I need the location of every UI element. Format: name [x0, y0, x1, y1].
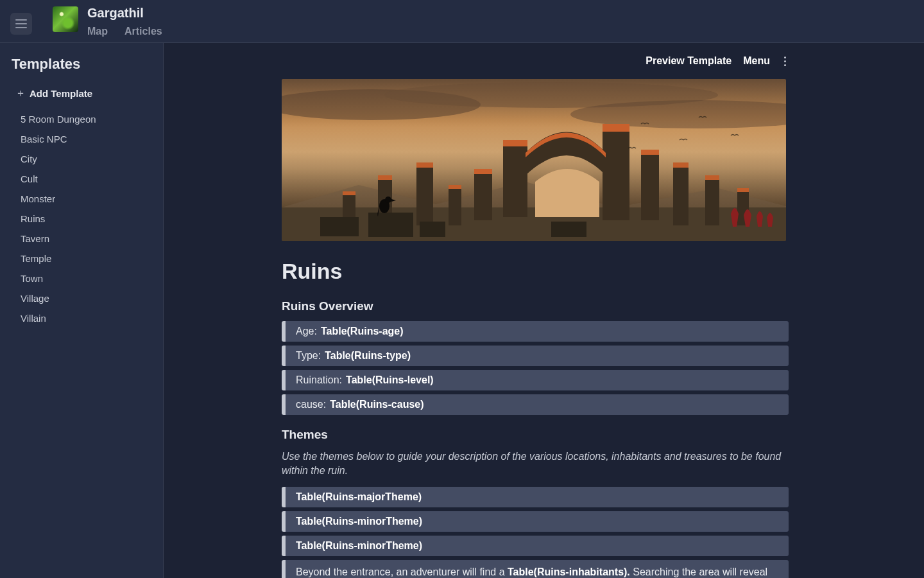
template-list: 5 Room Dungeon Basic NPC City Cult Monst…: [12, 109, 151, 328]
svg-rect-12: [641, 150, 659, 155]
svg-rect-19: [416, 162, 433, 168]
svg-rect-15: [416, 162, 433, 225]
template-item[interactable]: Monster: [21, 189, 151, 209]
theme-value: Table(Ruins-minorTheme): [296, 514, 422, 529]
overview-label: Type:: [296, 349, 321, 363]
overview-value: Table(Ruins-age): [321, 324, 404, 338]
svg-rect-5: [503, 140, 527, 217]
template-item[interactable]: 5 Room Dungeon: [21, 109, 151, 129]
template-item[interactable]: Basic NPC: [21, 129, 151, 149]
themes-note: Use the themes below to guide your descr…: [282, 450, 789, 478]
entrance-text: Beyond the entrance, an adventurer will …: [296, 566, 508, 577]
theme-value: Table(Ruins-majorTheme): [296, 490, 422, 504]
overview-label: Ruination:: [296, 373, 342, 387]
svg-rect-24: [673, 162, 689, 168]
main-content: Preview Template Menu: [164, 43, 924, 578]
svg-rect-26: [737, 188, 749, 192]
overview-row[interactable]: Ruination: Table(Ruins-level): [282, 370, 789, 390]
svg-rect-20: [449, 185, 461, 189]
add-template-button[interactable]: ＋ Add Template: [12, 83, 151, 109]
menu-button[interactable]: Menu: [743, 55, 770, 67]
svg-rect-7: [474, 169, 492, 220]
hero-image: [282, 79, 786, 241]
overview-row[interactable]: Type: Table(Ruins-type): [282, 346, 789, 366]
world-title: Gargathil: [87, 5, 162, 21]
themes-heading: Themes: [282, 428, 789, 442]
svg-rect-29: [420, 222, 445, 237]
sidebar-heading: Templates: [12, 56, 151, 73]
template-item[interactable]: Tavern: [21, 229, 151, 249]
overview-value: Table(Ruins-cause): [330, 398, 424, 412]
svg-rect-28: [368, 213, 413, 237]
template-item[interactable]: Town: [21, 268, 151, 288]
overview-label: Age:: [296, 324, 317, 338]
svg-rect-9: [503, 140, 527, 146]
subnav: Map Articles: [87, 26, 162, 37]
svg-rect-22: [705, 175, 719, 225]
topbar: Gargathil Map Articles: [0, 0, 924, 43]
template-item[interactable]: Temple: [21, 249, 151, 268]
overview-label: cause:: [296, 398, 326, 412]
overview-row[interactable]: cause: Table(Ruins-cause): [282, 394, 789, 415]
template-item[interactable]: Cult: [21, 169, 151, 189]
plus-icon: ＋: [15, 87, 26, 100]
svg-point-32: [385, 197, 391, 203]
overview-row[interactable]: Age: Table(Ruins-age): [282, 321, 789, 342]
more-menu-icon[interactable]: [782, 54, 789, 69]
theme-row[interactable]: Table(Ruins-majorTheme): [282, 487, 789, 507]
entrance-text: Searching the area will reveal: [630, 566, 767, 577]
overview-value: Table(Ruins-type): [325, 349, 411, 363]
article-title: Ruins: [282, 259, 789, 284]
add-template-label: Add Template: [30, 88, 92, 99]
nav-map[interactable]: Map: [87, 26, 108, 37]
menu-toggle-button[interactable]: [10, 13, 32, 35]
svg-rect-25: [705, 175, 719, 180]
theme-row[interactable]: Table(Ruins-minorTheme): [282, 511, 789, 532]
svg-rect-17: [343, 191, 355, 195]
entrance-row[interactable]: Beyond the entrance, an adventurer will …: [282, 560, 789, 578]
svg-rect-10: [603, 124, 629, 132]
svg-rect-21: [673, 162, 689, 225]
svg-rect-16: [449, 185, 461, 225]
svg-rect-11: [474, 169, 492, 174]
template-item[interactable]: Village: [21, 288, 151, 308]
overview-heading: Ruins Overview: [282, 299, 789, 313]
svg-rect-18: [378, 175, 392, 180]
template-item[interactable]: City: [21, 149, 151, 169]
nav-articles[interactable]: Articles: [124, 26, 162, 37]
page-actions: Preview Template Menu: [282, 43, 789, 79]
svg-rect-8: [641, 150, 659, 220]
svg-rect-27: [320, 217, 359, 236]
template-item[interactable]: Villain: [21, 308, 151, 328]
preview-template-button[interactable]: Preview Template: [646, 55, 732, 67]
sidebar: Templates ＋ Add Template 5 Room Dungeon …: [0, 43, 164, 578]
world-block: Gargathil Map Articles: [53, 5, 162, 37]
entrance-bold: Table(Ruins-inhabitants).: [508, 566, 630, 577]
svg-rect-6: [603, 124, 629, 220]
svg-rect-30: [551, 222, 586, 237]
theme-value: Table(Ruins-minorTheme): [296, 539, 422, 553]
overview-value: Table(Ruins-level): [346, 373, 434, 387]
world-avatar[interactable]: [53, 6, 78, 32]
theme-row[interactable]: Table(Ruins-minorTheme): [282, 536, 789, 556]
template-item[interactable]: Ruins: [21, 209, 151, 229]
